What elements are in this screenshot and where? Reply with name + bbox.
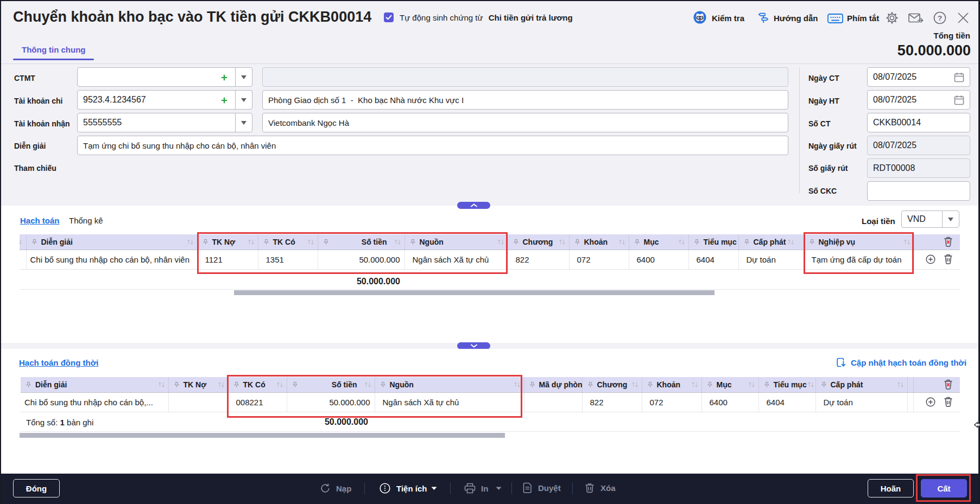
svg-text:?: ? — [938, 14, 942, 22]
